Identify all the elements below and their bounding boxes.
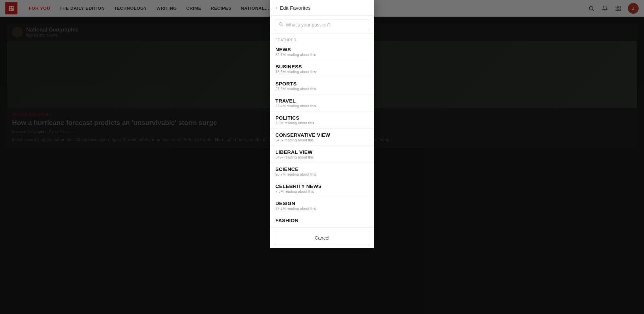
topic-business[interactable]: BUSINESS 18.5M reading about this (270, 60, 374, 77)
topic-name-politics: POLITICS (275, 115, 369, 121)
topic-name-conservative: CONSERVATIVE VIEW (275, 132, 369, 138)
topic-name-celebrity: CELEBRITY NEWS (275, 183, 369, 189)
modal-footer: Cancel (270, 227, 374, 248)
topic-count-science: 26.7M reading about this (275, 172, 369, 176)
topic-name-travel: TRAVEL (275, 98, 369, 104)
topic-name-science: SCIENCE (275, 166, 369, 172)
topic-design[interactable]: DESIGN 37.2M reading about this (270, 197, 374, 214)
topic-count-liberal: 349k reading about this (275, 155, 369, 159)
topic-liberal-view[interactable]: LIBERAL VIEW 349k reading about this (270, 146, 374, 163)
topics-list: Featured NEWS 82.7M reading about this B… (270, 34, 374, 227)
topic-science[interactable]: SCIENCE 26.7M reading about this (270, 163, 374, 180)
search-icon-modal (278, 22, 283, 27)
topic-travel[interactable]: TRAVEL 23.4M reading about this (270, 95, 374, 112)
topic-count-news: 82.7M reading about this (275, 53, 369, 57)
topic-count-conservative: 343k reading about this (275, 138, 369, 142)
topic-name-business: BUSINESS (275, 64, 369, 69)
topic-name-fashion: FASHION (275, 217, 369, 223)
topic-fashion[interactable]: FASHION (270, 214, 374, 227)
topic-count-politics: 7.3M reading about this (275, 121, 369, 125)
topic-count-design: 37.2M reading about this (275, 206, 369, 210)
topic-count-celebrity: 7.8M reading about this (275, 189, 369, 193)
topic-count-business: 18.5M reading about this (275, 70, 369, 74)
search-box (275, 19, 369, 30)
cancel-button[interactable]: Cancel (275, 231, 369, 245)
topic-name-liberal: LIBERAL VIEW (275, 149, 369, 155)
topic-count-sports: 27.3M reading about this (275, 87, 369, 91)
topic-sports[interactable]: SPORTS 27.3M reading about this (270, 77, 374, 95)
modal-title: Edit Favorites (280, 5, 311, 11)
featured-section-label: Featured (270, 34, 374, 43)
modal-header: ‹ Edit Favorites (270, 0, 374, 16)
svg-point-10 (279, 22, 282, 25)
topic-name-news: NEWS (275, 47, 369, 52)
modal-back-button[interactable]: ‹ (275, 5, 277, 11)
edit-favorites-modal: ‹ Edit Favorites Featured NEWS 82.7M rea… (270, 0, 374, 248)
modal-overlay[interactable]: ‹ Edit Favorites Featured NEWS 82.7M rea… (0, 0, 644, 314)
topic-name-sports: SPORTS (275, 81, 369, 86)
topic-politics[interactable]: POLITICS 7.3M reading about this (270, 112, 374, 129)
topic-count-travel: 23.4M reading about this (275, 104, 369, 108)
modal-search-area (270, 16, 374, 34)
svg-line-11 (282, 25, 283, 26)
topic-name-design: DESIGN (275, 200, 369, 206)
passion-search-input[interactable] (286, 22, 366, 27)
topic-conservative-view[interactable]: CONSERVATIVE VIEW 343k reading about thi… (270, 129, 374, 146)
topic-news[interactable]: NEWS 82.7M reading about this (270, 43, 374, 60)
topic-celebrity-news[interactable]: CELEBRITY NEWS 7.8M reading about this (270, 180, 374, 197)
